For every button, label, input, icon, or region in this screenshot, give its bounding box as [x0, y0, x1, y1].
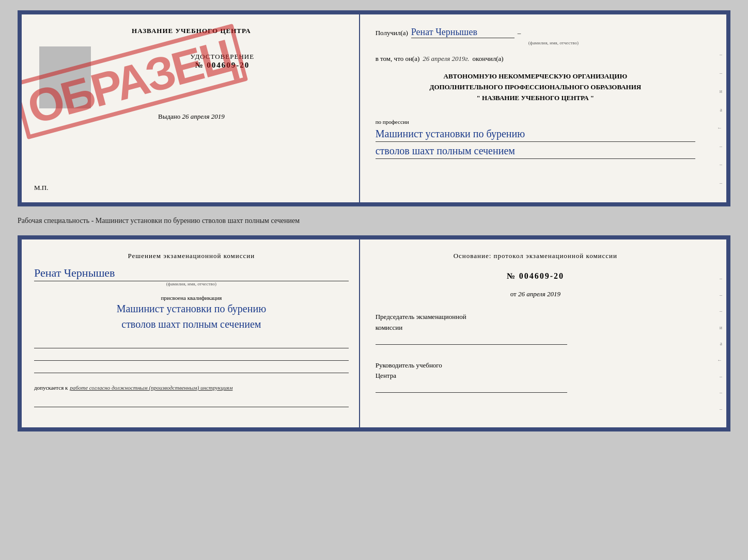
kvalif-line1: Машинист установки по бурению [34, 301, 349, 316]
dopusk-text: работе согласно должностным (производств… [70, 385, 232, 391]
completion-date: 26 апреля 2019г. [423, 55, 469, 63]
issued-date-line: Выдано 26 апреля 2019 [158, 113, 225, 121]
chairman-label: Председатель экзаменационной [376, 312, 695, 323]
bottom-cert-left: Решением экзаменационной комиссии Ренат … [22, 239, 360, 427]
photo-placeholder [39, 46, 91, 108]
protokol-number: № 004609-20 [376, 271, 695, 281]
dopusk-block: допускается к работе согласно должностны… [34, 382, 349, 392]
chairman-block: Председатель экзаменационной комиссии [376, 312, 695, 349]
completion-field: в том, что он(а) 26 апреля 2019г. окончи… [376, 55, 695, 63]
kvalif-line2: стволов шахт полным сечением [34, 316, 349, 332]
profession-line2: стволов шахт полным сечением [376, 143, 695, 159]
issued-label: Выдано [158, 113, 180, 120]
komissia-title: Решением экзаменационной комиссии [34, 252, 349, 260]
top-certificate: НАЗВАНИЕ УЧЕБНОГО ЦЕНТРА УДОСТОВЕРЕНИЕ №… [18, 10, 730, 206]
recipient-field: Получил(а) Ренат Чернышев – [376, 27, 695, 38]
chairman-sig-line [376, 334, 568, 345]
bottom-name: Ренат Чернышев [34, 266, 349, 281]
head-label: Руководитель учебного [376, 360, 695, 371]
head-sig-line [376, 382, 568, 393]
org-name: АВТОНОМНУЮ НЕКОММЕРЧЕСКУЮ ОРГАНИЗАЦИЮ ДО… [376, 71, 695, 103]
profession-label: по профессии [376, 119, 695, 125]
kvalif-label: присвоена квалификация [34, 295, 349, 301]
cert-id-block: УДОСТОВЕРЕНИЕ № 004609-20 [191, 53, 255, 70]
received-label: Получил(а) [376, 29, 408, 37]
signature-lines [34, 339, 349, 373]
specialty-line: Рабочая специальность - Машинист установ… [18, 215, 730, 227]
cert-number: № 004609-20 [191, 61, 255, 70]
top-cert-left: НАЗВАНИЕ УЧЕБНОГО ЦЕНТРА УДОСТОВЕРЕНИЕ №… [22, 14, 360, 202]
bottom-certificate: Решением экзаменационной комиссии Ренат … [18, 235, 730, 431]
head-label2: Центра [376, 371, 695, 381]
protokol-date-value: 26 апреля 2019 [518, 290, 560, 298]
osnov-title: Основание: протокол экзаменационной коми… [376, 252, 695, 260]
protokol-date: от 26 апреля 2019 [376, 290, 695, 298]
mp-label: М.П. [34, 184, 48, 192]
recipient-name: Ренат Чернышев [411, 27, 515, 38]
issued-date: 26 апреля 2019 [182, 113, 225, 120]
top-cert-title: НАЗВАНИЕ УЧЕБНОГО ЦЕНТРА [132, 27, 251, 35]
profession-line1: Машинист установки по бурению [376, 126, 695, 142]
dopusk-label: допускается к [34, 385, 68, 391]
bottom-name-subtext: (фамилия, имя, отчество) [34, 281, 349, 286]
document-container: НАЗВАНИЕ УЧЕБНОГО ЦЕНТРА УДОСТОВЕРЕНИЕ №… [18, 10, 730, 431]
in-that-label: в том, что он(а) [376, 55, 420, 63]
udostoverenie-label: УДОСТОВЕРЕНИЕ [191, 53, 255, 61]
top-cert-right: Получил(а) Ренат Чернышев – (фамилия, им… [360, 14, 726, 202]
recipient-subtext: (фамилия, имя, отчество) [412, 40, 695, 45]
head-block: Руководитель учебного Центра [376, 360, 695, 397]
right-edge-lines: – – и а ← – – – [707, 45, 722, 192]
right-edge-lines-bottom: – – – и а ← – – – [707, 270, 722, 417]
finished-label: окончил(а) [473, 55, 504, 63]
chairman-label2: комиссии [376, 323, 695, 333]
bottom-cert-right: Основание: протокол экзаменационной коми… [360, 239, 726, 427]
date-prefix: от [510, 290, 517, 298]
